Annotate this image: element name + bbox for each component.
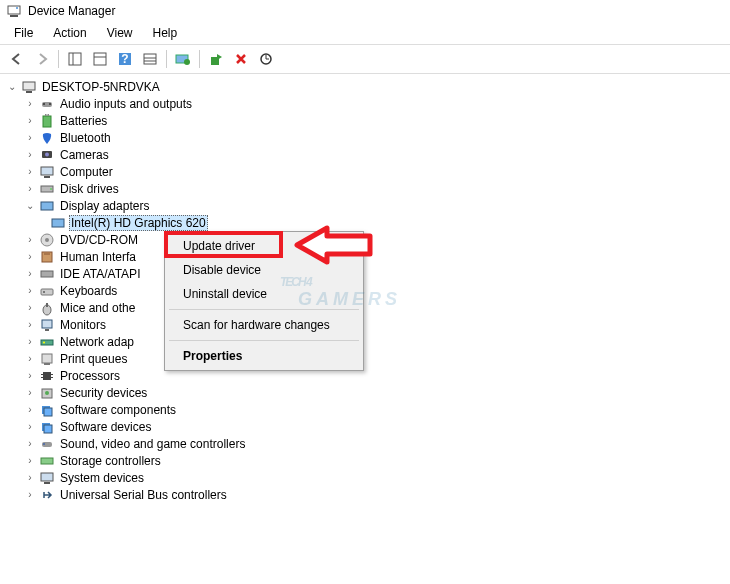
back-button[interactable] [6,48,28,70]
tree-category[interactable]: ›Network adap [2,333,728,350]
svg-rect-37 [41,289,53,295]
tree-category[interactable]: ›Audio inputs and outputs [2,95,728,112]
category-label: Print queues [58,352,129,366]
tree-category[interactable]: ›IDE ATA/ATAPI [2,265,728,282]
expand-icon[interactable]: › [24,421,36,432]
expand-icon[interactable]: › [24,404,36,415]
expand-icon[interactable]: › [24,234,36,245]
category-label: Security devices [58,386,149,400]
tree-category[interactable]: ›Monitors [2,316,728,333]
category-icon [39,334,55,350]
tree-category[interactable]: ›Cameras [2,146,728,163]
menu-help[interactable]: Help [145,24,186,42]
collapse-icon[interactable]: ⌄ [24,200,36,211]
tree-category[interactable]: ›Software devices [2,418,728,435]
category-icon [39,164,55,180]
tree-category[interactable]: ›Computer [2,163,728,180]
svg-rect-46 [44,363,50,365]
tree-category[interactable]: ›Processors [2,367,728,384]
category-icon [39,317,55,333]
expand-icon[interactable]: › [24,251,36,262]
expand-icon[interactable]: › [24,438,36,449]
device-tree[interactable]: ⌄ DESKTOP-5NRDVKA ›Audio inputs and outp… [0,74,730,507]
expand-icon[interactable]: › [24,149,36,160]
ctx-update-driver[interactable]: Update driver [167,234,361,258]
device-label: Intel(R) HD Graphics 620 [69,215,208,231]
tree-category[interactable]: ›Mice and othe [2,299,728,316]
category-label: Computer [58,165,115,179]
expand-icon[interactable]: › [24,268,36,279]
ctx-uninstall-device[interactable]: Uninstall device [167,282,361,306]
expand-icon[interactable]: › [24,285,36,296]
expand-icon[interactable]: › [24,319,36,330]
expand-icon[interactable]: › [24,98,36,109]
forward-button[interactable] [31,48,53,70]
computer-icon [21,79,37,95]
ctx-scan-hardware[interactable]: Scan for hardware changes [167,313,361,337]
scan-button[interactable] [255,48,277,70]
svg-rect-51 [51,377,53,378]
tree-category[interactable]: ›Storage controllers [2,452,728,469]
menu-view[interactable]: View [99,24,141,42]
category-label: Universal Serial Bus controllers [58,488,229,502]
help-button[interactable]: ? [114,48,136,70]
expand-icon[interactable]: › [24,183,36,194]
svg-point-25 [45,152,49,156]
expand-icon[interactable]: › [24,370,36,381]
window-title: Device Manager [28,4,115,18]
expand-icon[interactable]: › [24,472,36,483]
expand-icon[interactable]: › [24,166,36,177]
tree-device[interactable]: Intel(R) HD Graphics 620 [2,214,728,231]
svg-rect-60 [41,458,53,464]
toolbar: ? [0,45,730,74]
category-icon [39,453,55,469]
collapse-icon[interactable]: ⌄ [6,81,18,92]
tree-category[interactable]: ›Disk drives [2,180,728,197]
svg-point-59 [43,443,45,445]
tree-category[interactable]: ⌄Display adapters [2,197,728,214]
tree-category[interactable]: ›Sound, video and game controllers [2,435,728,452]
enable-button[interactable] [205,48,227,70]
expand-icon[interactable]: › [24,353,36,364]
tree-category[interactable]: ›Human Interfa [2,248,728,265]
menu-action[interactable]: Action [45,24,94,42]
tree-category[interactable]: ›Print queues [2,350,728,367]
category-label: Sound, video and game controllers [58,437,247,451]
ctx-properties[interactable]: Properties [167,344,361,368]
expand-icon[interactable]: › [24,115,36,126]
ctx-disable-device[interactable]: Disable device [167,258,361,282]
expand-icon[interactable]: › [24,489,36,500]
category-icon [39,487,55,503]
tree-category[interactable]: ›Security devices [2,384,728,401]
tree-category[interactable]: ›Software components [2,401,728,418]
svg-rect-62 [44,482,50,484]
svg-rect-45 [42,354,52,363]
tree-category[interactable]: ›Batteries [2,112,728,129]
expand-icon[interactable]: › [24,455,36,466]
category-label: Audio inputs and outputs [58,97,194,111]
expand-icon[interactable]: › [24,336,36,347]
tree-category[interactable]: ›Bluetooth [2,129,728,146]
uninstall-button[interactable] [230,48,252,70]
update-driver-button[interactable] [172,48,194,70]
svg-point-2 [16,7,18,9]
expand-icon[interactable]: › [24,132,36,143]
tree-category[interactable]: ›System devices [2,469,728,486]
tree-category[interactable]: ›Universal Serial Bus controllers [2,486,728,503]
tree-root[interactable]: ⌄ DESKTOP-5NRDVKA [2,78,728,95]
category-label: Storage controllers [58,454,163,468]
tree-category[interactable]: ›DVD/CD-ROM [2,231,728,248]
tree-category[interactable]: ›Keyboards [2,282,728,299]
menu-file[interactable]: File [6,24,41,42]
show-hide-tree-button[interactable] [64,48,86,70]
category-icon [39,266,55,282]
category-label: DVD/CD-ROM [58,233,140,247]
toolbar-separator [58,50,59,68]
view-button[interactable] [139,48,161,70]
category-icon [39,130,55,146]
svg-rect-41 [42,320,52,328]
expand-icon[interactable]: › [24,387,36,398]
expand-icon[interactable]: › [24,302,36,313]
properties-button[interactable] [89,48,111,70]
svg-rect-22 [45,114,47,116]
